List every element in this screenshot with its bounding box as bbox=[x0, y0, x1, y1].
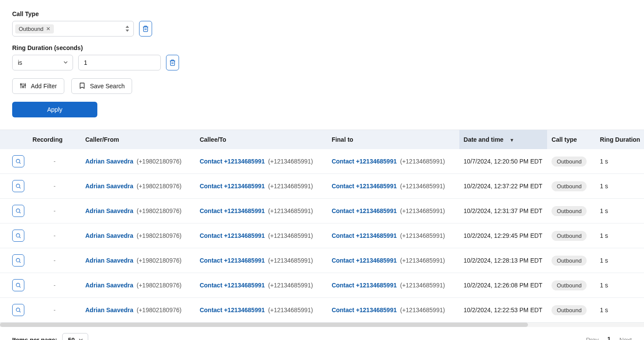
recording-cell: - bbox=[28, 298, 81, 323]
svg-point-20 bbox=[16, 308, 20, 311]
inspect-row-button[interactable] bbox=[12, 180, 24, 192]
svg-point-7 bbox=[24, 84, 26, 86]
final-to-phone: (+12134685991) bbox=[400, 183, 445, 190]
pager-current[interactable]: 1 bbox=[607, 336, 611, 340]
svg-point-10 bbox=[16, 184, 20, 187]
callee-link[interactable]: Contact +12134685991 bbox=[199, 183, 265, 190]
save-search-button[interactable]: Save Search bbox=[71, 78, 132, 94]
caller-link[interactable]: Adrian Saavedra bbox=[85, 207, 133, 214]
caller-phone: (+19802180976) bbox=[137, 232, 182, 239]
ring-duration-cell: 1 s bbox=[596, 248, 644, 273]
header-spy bbox=[0, 130, 28, 149]
add-filter-button[interactable]: Add Filter bbox=[12, 78, 64, 94]
header-final-to[interactable]: Final to bbox=[327, 130, 459, 149]
recording-cell: - bbox=[28, 248, 81, 273]
delete-ring-duration-filter-button[interactable] bbox=[166, 55, 179, 70]
svg-point-18 bbox=[16, 283, 20, 287]
call-type-pill: Outbound bbox=[551, 256, 587, 266]
table-row: -Adrian Saavedra (+19802180976)Contact +… bbox=[0, 273, 644, 298]
header-callee[interactable]: Callee/To bbox=[195, 130, 327, 149]
final-to-cell: Contact +12134685991 (+12134685991) bbox=[327, 199, 459, 223]
inspect-row-button[interactable] bbox=[12, 230, 24, 242]
chevron-down-icon bbox=[78, 337, 83, 340]
scrollbar-thumb[interactable] bbox=[0, 323, 528, 327]
caller-link[interactable]: Adrian Saavedra bbox=[85, 183, 133, 190]
final-to-link[interactable]: Contact +12134685991 bbox=[332, 207, 397, 214]
recording-cell: - bbox=[28, 273, 81, 298]
final-to-cell: Contact +12134685991 (+12134685991) bbox=[327, 174, 459, 199]
call-type-cell: Outbound bbox=[547, 298, 595, 323]
callee-link[interactable]: Contact +12134685991 bbox=[199, 257, 265, 264]
final-to-link[interactable]: Contact +12134685991 bbox=[332, 282, 397, 289]
inspect-row-button[interactable] bbox=[12, 205, 24, 217]
date-cell: 10/2/2024, 12:37:22 PM EDT bbox=[459, 174, 547, 199]
final-to-link[interactable]: Contact +12134685991 bbox=[332, 257, 397, 264]
svg-line-9 bbox=[20, 163, 21, 164]
date-cell: 10/7/2024, 12:20:50 PM EDT bbox=[459, 149, 547, 174]
callee-link[interactable]: Contact +12134685991 bbox=[199, 207, 265, 214]
ring-duration-value-input[interactable] bbox=[78, 55, 161, 70]
svg-point-16 bbox=[16, 258, 20, 262]
callee-link[interactable]: Contact +12134685991 bbox=[199, 232, 265, 239]
callee-link[interactable]: Contact +12134685991 bbox=[199, 307, 265, 313]
ring-duration-row: is bbox=[12, 55, 632, 70]
call-type-multiselect[interactable]: Outbound bbox=[12, 21, 134, 37]
inspect-row-button[interactable] bbox=[12, 254, 24, 267]
delete-call-type-filter-button[interactable] bbox=[139, 21, 152, 37]
final-to-phone: (+12134685991) bbox=[400, 232, 445, 239]
caller-phone: (+19802180976) bbox=[137, 207, 182, 214]
bookmark-icon bbox=[79, 82, 86, 90]
horizontal-scrollbar[interactable] bbox=[0, 323, 644, 327]
apply-button[interactable]: Apply bbox=[12, 102, 97, 117]
caller-link[interactable]: Adrian Saavedra bbox=[85, 307, 133, 313]
callee-cell: Contact +12134685991 (+12134685991) bbox=[195, 248, 327, 273]
final-to-link[interactable]: Contact +12134685991 bbox=[332, 183, 397, 190]
ring-duration-operator-select[interactable]: is bbox=[12, 55, 73, 70]
callee-link[interactable]: Contact +12134685991 bbox=[199, 158, 265, 165]
ring-duration-cell: 1 s bbox=[596, 273, 644, 298]
items-per-page-value: 50 bbox=[68, 337, 75, 340]
caller-link[interactable]: Adrian Saavedra bbox=[85, 158, 133, 165]
caller-link[interactable]: Adrian Saavedra bbox=[85, 257, 133, 264]
recording-cell: - bbox=[28, 199, 81, 223]
final-to-link[interactable]: Contact +12134685991 bbox=[332, 232, 397, 239]
header-recording[interactable]: Recording bbox=[28, 130, 81, 149]
date-cell: 10/2/2024, 12:28:13 PM EDT bbox=[459, 248, 547, 273]
call-type-pill: Outbound bbox=[551, 206, 587, 216]
items-per-page-select[interactable]: 50 bbox=[62, 333, 88, 340]
svg-point-6 bbox=[23, 86, 24, 87]
filter-call-type: Call Type Outbound bbox=[12, 10, 632, 37]
date-cell: 10/2/2024, 12:31:37 PM EDT bbox=[459, 199, 547, 223]
table-row: -Adrian Saavedra (+19802180976)Contact +… bbox=[0, 149, 644, 174]
pager-next[interactable]: Next bbox=[619, 337, 632, 340]
header-caller[interactable]: Caller/From bbox=[81, 130, 195, 149]
table-row: -Adrian Saavedra (+19802180976)Contact +… bbox=[0, 298, 644, 323]
recording-cell: - bbox=[28, 174, 81, 199]
final-to-link[interactable]: Contact +12134685991 bbox=[332, 158, 397, 165]
header-ring-duration[interactable]: Ring Duration bbox=[596, 130, 644, 149]
call-type-cell: Outbound bbox=[547, 223, 595, 248]
inspect-row-button[interactable] bbox=[12, 155, 24, 167]
header-call-type[interactable]: Call type bbox=[547, 130, 595, 149]
callee-cell: Contact +12134685991 (+12134685991) bbox=[195, 174, 327, 199]
table-row: -Adrian Saavedra (+19802180976)Contact +… bbox=[0, 223, 644, 248]
recording-cell: - bbox=[28, 223, 81, 248]
date-cell: 10/2/2024, 12:22:53 PM EDT bbox=[459, 298, 547, 323]
caller-link[interactable]: Adrian Saavedra bbox=[85, 232, 133, 239]
ring-duration-cell: 1 s bbox=[596, 223, 644, 248]
filter-ring-duration: Ring Duration (seconds) is bbox=[12, 44, 632, 70]
updown-icon bbox=[125, 25, 130, 32]
pager-prev[interactable]: Prev bbox=[586, 337, 599, 340]
call-type-cell: Outbound bbox=[547, 273, 595, 298]
final-to-link[interactable]: Contact +12134685991 bbox=[332, 307, 397, 313]
svg-point-14 bbox=[16, 233, 20, 237]
caller-link[interactable]: Adrian Saavedra bbox=[85, 282, 133, 289]
header-date-time[interactable]: Date and time ▼ bbox=[459, 130, 547, 149]
callee-link[interactable]: Contact +12134685991 bbox=[199, 282, 265, 289]
inspect-row-button[interactable] bbox=[12, 304, 24, 316]
callee-phone: (+12134685991) bbox=[268, 257, 313, 264]
inspect-row-button[interactable] bbox=[12, 279, 24, 291]
remove-tag-icon[interactable] bbox=[46, 27, 50, 31]
items-per-page: Items per page: 50 bbox=[12, 333, 88, 340]
callee-phone: (+12134685991) bbox=[268, 158, 313, 165]
